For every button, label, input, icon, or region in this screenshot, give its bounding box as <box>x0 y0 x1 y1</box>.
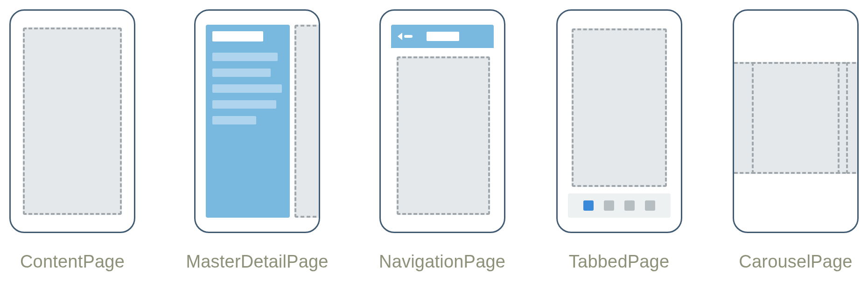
contentpage-label: ContentPage <box>20 252 125 272</box>
back-stem-icon <box>404 35 413 38</box>
carousel-next-page-peek <box>846 62 859 174</box>
contentpage-phone <box>9 9 135 233</box>
tab-icon <box>624 200 635 211</box>
tabbedpage-card: TabbedPage <box>556 9 682 272</box>
drawer-item <box>212 100 276 109</box>
tab-icon <box>604 200 614 211</box>
tabbedpage-label: TabbedPage <box>569 252 669 272</box>
drawer-item <box>212 116 256 124</box>
carouselpage-phone <box>733 9 859 233</box>
tab-bar <box>568 193 671 218</box>
carouselpage-label: CarouselPage <box>739 252 852 272</box>
masterdetailpage-phone <box>194 9 320 233</box>
masterdetailpage-label: MasterDetailPage <box>186 252 328 272</box>
drawer-item <box>212 69 271 77</box>
carouselpage-card: CarouselPage <box>733 9 859 272</box>
tab-icon <box>645 200 655 211</box>
detail-placeholder <box>294 25 320 218</box>
tabbedpage-phone <box>556 9 682 233</box>
tab-icon-active <box>583 200 594 211</box>
chevron-left-icon <box>398 33 402 40</box>
navigationpage-label: NavigationPage <box>379 252 505 272</box>
contentpage-card: ContentPage <box>9 9 135 272</box>
drawer-item <box>212 84 282 93</box>
masterdetailpage-card: MasterDetailPage <box>186 9 328 272</box>
drawer-item <box>212 53 278 61</box>
carousel-current-page <box>752 62 840 174</box>
back-button-icon <box>398 33 413 40</box>
master-drawer <box>206 25 290 218</box>
nav-title-placeholder <box>427 32 459 41</box>
drawer-title-placeholder <box>212 31 263 41</box>
content-placeholder <box>23 28 122 215</box>
navigation-bar <box>391 25 494 48</box>
content-placeholder <box>572 28 667 187</box>
page-type-diagram-row: ContentPage MasterDetailPage <box>0 0 868 272</box>
navigationpage-card: NavigationPage <box>379 9 505 272</box>
content-placeholder <box>397 56 490 215</box>
navigationpage-phone <box>379 9 505 233</box>
